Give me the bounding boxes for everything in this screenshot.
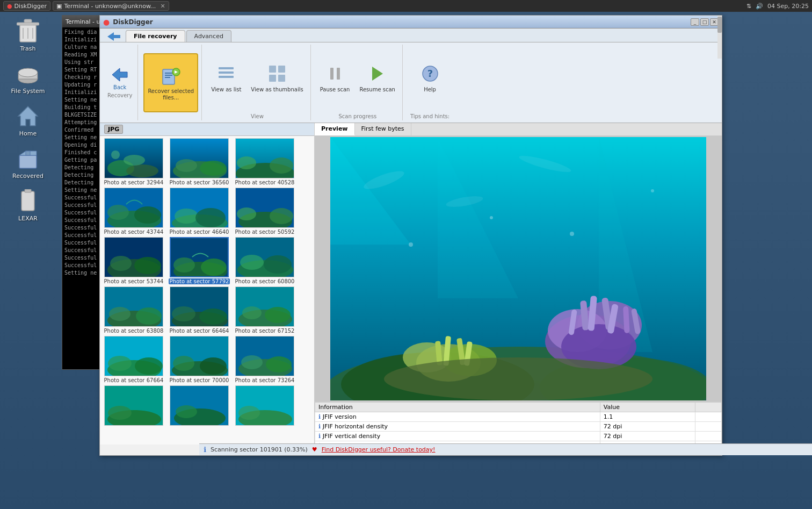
photo-63808-container xyxy=(104,286,163,327)
svg-rect-28 xyxy=(278,66,285,73)
svg-point-52 xyxy=(134,206,161,224)
toolbar-back-label: Back xyxy=(113,84,126,90)
photo-66464[interactable]: Photo at sector 66464 xyxy=(168,286,231,334)
photo-67664[interactable]: Photo at sector 67664 xyxy=(102,336,165,383)
photo-53744-container xyxy=(104,237,163,277)
photo-57792[interactable]: Photo at sector 57792 xyxy=(168,237,231,284)
terminal-app-label: Terminal - unknown@unknow... xyxy=(64,3,156,10)
svg-rect-30 xyxy=(278,75,285,82)
svg-point-128 xyxy=(384,357,653,400)
toolbar-recover-section: Recover selectedfiles... xyxy=(140,45,202,120)
photo-53744[interactable]: Photo at sector 53744 xyxy=(102,237,165,284)
file-list-panel: JPG xyxy=(100,123,315,445)
trash-label: Trash xyxy=(20,45,35,52)
content-area: JPG xyxy=(100,123,722,445)
photo-extra-3-container xyxy=(235,385,294,426)
taskbar-diskdigger-btn[interactable]: ● DiskDigger xyxy=(3,1,50,11)
tab-file-recovery[interactable]: File recovery xyxy=(126,30,185,42)
photo-67152[interactable]: Photo at sector 67152 xyxy=(233,286,296,334)
svg-marker-16 xyxy=(112,68,127,81)
window-title-left: ● DiskDigger xyxy=(103,18,153,26)
svg-rect-29 xyxy=(269,75,276,82)
photo-67664-container xyxy=(104,336,163,376)
view-list-label: View as list xyxy=(211,87,241,93)
toolbar-help-buttons: ? Help xyxy=(414,45,446,111)
file-type-tab: JPG xyxy=(100,123,314,136)
desktop-icon-recovered[interactable]: Recovered xyxy=(6,144,49,182)
photo-53744-label: Photo at sector 53744 xyxy=(104,278,164,284)
help-btn[interactable]: ? Help xyxy=(414,48,446,107)
preview-tab-preview[interactable]: Preview xyxy=(315,123,355,135)
svg-rect-13 xyxy=(21,191,34,211)
window-minimize-btn[interactable]: _ xyxy=(691,18,699,26)
donate-link[interactable]: Find DiskDigger useful? Donate today! xyxy=(322,446,436,453)
recovery-section-label: Recovery xyxy=(105,91,134,99)
thumbnails-grid[interactable]: Photo at sector 32944 xyxy=(100,136,314,445)
svg-rect-24 xyxy=(219,67,234,69)
photo-60800[interactable]: Photo at sector 60800 xyxy=(233,237,296,284)
svg-rect-1 xyxy=(17,23,39,25)
desktop-icon-lexar[interactable]: LEXAR xyxy=(6,186,49,224)
svg-point-59 xyxy=(237,207,256,220)
photo-43744[interactable]: Photo at sector 43744 xyxy=(102,188,165,235)
svg-rect-19 xyxy=(165,73,172,74)
recovered-icon xyxy=(15,146,41,171)
pause-scan-btn[interactable]: Pause scan xyxy=(316,48,354,107)
info-icon-3: ℹ xyxy=(318,433,321,440)
heart-icon: ♥ xyxy=(312,446,317,453)
photo-extra-3[interactable] xyxy=(233,385,296,427)
taskbar-terminal-btn[interactable]: ▣ Terminal - unknown@unknow... ✕ xyxy=(53,1,169,11)
scan-section-label: Scan progress xyxy=(336,112,379,120)
desktop-icon-home[interactable]: Home xyxy=(6,101,49,139)
photo-46640[interactable]: Photo at sector 46640 xyxy=(168,188,231,235)
svg-point-88 xyxy=(135,357,163,375)
photo-36560[interactable]: Photo at sector 36560 xyxy=(168,138,231,185)
svg-point-8 xyxy=(18,68,38,77)
photo-50592[interactable]: Photo at sector 50592 xyxy=(233,188,296,235)
view-list-btn[interactable]: View as list xyxy=(207,48,245,107)
window-maximize-btn[interactable]: □ xyxy=(700,18,709,26)
info-circle-icon: ℹ xyxy=(204,446,206,454)
photo-extra-1[interactable] xyxy=(102,385,165,427)
svg-point-99 xyxy=(108,406,132,420)
desktop-icon-filesystem[interactable]: File System xyxy=(6,59,49,97)
info-row-jfif-version: ℹ JFIF version 1.1 xyxy=(315,412,722,422)
toolbar-back-btn[interactable]: Back xyxy=(111,66,128,90)
resume-label: Resume scan xyxy=(359,87,395,93)
filesystem-label: File System xyxy=(11,88,45,95)
photo-32944[interactable]: Photo at sector 32944 xyxy=(102,138,165,185)
recover-btn[interactable]: Recover selectedfiles... xyxy=(143,53,198,112)
scanning-text: Scanning sector 101901 (0.33%) xyxy=(211,446,308,453)
back-button[interactable] xyxy=(107,31,120,42)
svg-point-40 xyxy=(111,150,120,159)
resume-scan-btn[interactable]: Resume scan xyxy=(356,48,398,107)
photo-46640-container xyxy=(170,188,229,228)
home-label: Home xyxy=(19,130,37,137)
info-col-header: Information xyxy=(315,403,600,412)
view-thumbnails-label: View as thumbnails xyxy=(251,87,303,93)
photo-70000[interactable]: Photo at sector 70000 xyxy=(168,336,231,383)
photo-32944-container xyxy=(104,138,163,178)
svg-rect-31 xyxy=(330,68,334,80)
svg-point-71 xyxy=(240,255,264,270)
photo-73264-container xyxy=(235,336,294,376)
photo-67152-container xyxy=(235,286,294,327)
preview-tab-bytes[interactable]: First few bytes xyxy=(355,123,411,135)
toolbar-back-section: Back Recovery xyxy=(102,45,138,120)
photo-73264[interactable]: Photo at sector 73264 xyxy=(233,336,296,383)
photo-50592-label: Photo at sector 50592 xyxy=(235,229,295,235)
info-table-area[interactable]: Information Value ℹ xyxy=(315,402,722,445)
view-thumbnails-btn[interactable]: View as thumbnails xyxy=(247,48,307,107)
photo-60800-container xyxy=(235,237,294,277)
svg-point-80 xyxy=(199,309,227,325)
thumb-row-6 xyxy=(102,385,312,427)
photo-40528[interactable]: Photo at sector 40528 xyxy=(233,138,296,185)
photo-43744-label: Photo at sector 43744 xyxy=(104,229,164,235)
photo-63808[interactable]: Photo at sector 63808 xyxy=(102,286,165,334)
svg-point-56 xyxy=(195,208,226,227)
svg-point-64 xyxy=(134,257,161,274)
photo-extra-2[interactable] xyxy=(168,385,231,427)
view-thumbnails-icon xyxy=(266,63,288,84)
desktop-icon-trash[interactable]: Trash xyxy=(6,16,49,54)
tab-advanced[interactable]: Advanced xyxy=(186,30,231,42)
